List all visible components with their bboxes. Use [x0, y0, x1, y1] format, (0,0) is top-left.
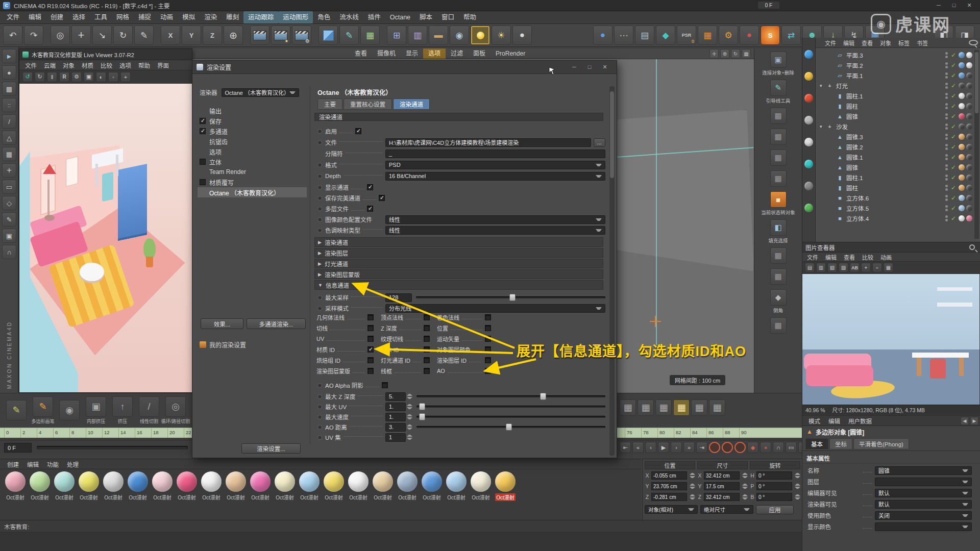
numeric-slider[interactable] [416, 395, 605, 397]
material-sphere[interactable] [495, 471, 516, 492]
material-menu[interactable]: 处理 [63, 460, 83, 468]
dialog-minimize-button[interactable]: ─ [567, 64, 582, 70]
pv3-icon[interactable] [827, 263, 837, 272]
pass-option[interactable]: 顶点法线 [381, 312, 437, 322]
插件[interactable]: 插件 [363, 11, 385, 23]
palette-command[interactable]: 连接对象+删除 [755, 52, 802, 76]
material-sphere[interactable] [299, 471, 320, 492]
texture-tag-icon[interactable] [959, 72, 965, 79]
object-row[interactable]: ▾ 圆柱.1 [816, 172, 974, 183]
attribute-value-field[interactable]: 默认 [875, 489, 972, 497]
stepper-icon[interactable] [795, 493, 800, 501]
material-swatch[interactable]: Oct漫射 [395, 471, 420, 501]
运动图形[interactable]: 运动图形 [278, 11, 313, 23]
attribute-tab[interactable]: 坐标 [829, 438, 852, 449]
attribute-value-field[interactable]: 关闭 [875, 511, 972, 520]
tpkey-icon[interactable] [632, 442, 644, 453]
s1-icon[interactable] [804, 50, 813, 59]
pass-option[interactable]: 渲染图层蒙版 [316, 365, 381, 376]
stepper-icon[interactable] [690, 483, 695, 490]
editable-icon[interactable] [2, 49, 16, 63]
texture-tag-icon-2[interactable] [966, 52, 972, 58]
窗口[interactable]: 窗口 [437, 11, 459, 23]
stepper-icon[interactable] [690, 493, 695, 501]
ProRender[interactable]: ProRender [491, 48, 530, 59]
settings-tree-item[interactable]: 选项 [198, 146, 307, 157]
axis-icon[interactable] [2, 163, 16, 178]
object-name[interactable]: 圆锥.2 [846, 143, 863, 151]
material-swatch[interactable]: Oct漫射 [322, 471, 346, 501]
search-icon[interactable] [969, 40, 978, 45]
object-row[interactable]: ▾ 灯光 [816, 81, 974, 91]
visibility-dots[interactable] [945, 195, 948, 201]
pv1-icon[interactable] [805, 263, 815, 272]
pass-option[interactable]: 切线 [316, 322, 381, 333]
material-swatch[interactable]: Oct漫射 [150, 471, 175, 501]
material-swatch[interactable]: Oct漫射 [3, 471, 28, 501]
选项[interactable]: 选项 [423, 48, 446, 59]
texture-tag-icon[interactable] [959, 123, 965, 130]
sep-icon[interactable] [155, 26, 159, 45]
tnkey-icon[interactable] [683, 442, 695, 453]
texture-tag-icon-2[interactable] [966, 164, 972, 170]
picture-viewer-menu[interactable]: 动画 [877, 253, 895, 261]
角色[interactable]: 角色 [313, 11, 335, 23]
dialog-scrollbar[interactable] [609, 86, 615, 456]
texture-tag-icon[interactable] [959, 185, 965, 191]
picture-viewer-menu[interactable]: 文件 [803, 253, 822, 261]
material-ball-icon[interactable] [512, 26, 532, 45]
pass-option[interactable]: 对象 ID [381, 344, 437, 355]
picture-viewer-menu[interactable]: 编辑 [822, 253, 840, 261]
coords-icon[interactable] [224, 26, 243, 45]
volume-icon[interactable] [408, 26, 427, 45]
pass-checkbox[interactable] [485, 346, 491, 353]
palette-command[interactable]: 填充选择 [755, 219, 802, 244]
rb1-icon[interactable] [620, 399, 636, 416]
gear2-icon[interactable] [71, 72, 82, 82]
object-name[interactable]: 圆锥.3 [846, 133, 863, 141]
material-sphere[interactable] [201, 471, 222, 492]
spline-pen-icon[interactable] [339, 26, 359, 45]
info-passes-section[interactable]: ▼ 信息通道 [314, 280, 603, 290]
region-icon[interactable]: R [59, 72, 69, 82]
collapsed-section[interactable]: ▶ 渲染通道 [314, 237, 603, 247]
history-forward-icon[interactable]: ▶ [970, 417, 978, 425]
创建[interactable]: 创建 [46, 11, 68, 23]
pass-checkbox[interactable] [424, 336, 430, 342]
material-sphere[interactable] [422, 471, 442, 492]
texture-tag-icon-2[interactable] [966, 205, 972, 211]
sep-icon[interactable] [313, 26, 317, 45]
collapsed-section[interactable]: ▶ 渲染图层 [314, 248, 603, 258]
history-back-icon[interactable]: ◀ [961, 417, 969, 425]
object-row[interactable]: ▾ 圆锥.3 [816, 132, 974, 142]
palette-command[interactable]: 当前状态转对象 [755, 191, 802, 216]
expand-arrow-icon[interactable]: ▼ [318, 283, 323, 288]
lock-x-icon[interactable]: X [161, 26, 180, 45]
object-manager-scrollbar[interactable] [974, 50, 979, 239]
material-swatch[interactable]: Oct漫射 [493, 471, 518, 501]
g4-icon[interactable] [770, 170, 787, 187]
pass-checkbox[interactable] [485, 325, 491, 331]
collapse-arrow-icon[interactable]: ▶ [318, 261, 322, 266]
pass-checkbox[interactable] [424, 368, 430, 374]
material-sphere[interactable] [103, 471, 124, 492]
enabled-check-icon[interactable] [951, 164, 956, 171]
material-sphere[interactable] [397, 471, 418, 492]
visibility-dots[interactable] [945, 205, 948, 211]
palette-command[interactable] [755, 170, 802, 188]
visibility-dots[interactable] [945, 144, 948, 150]
Octane[interactable]: Octane [385, 11, 415, 23]
tmagnet-icon[interactable] [773, 442, 784, 453]
stepper-icon[interactable] [742, 493, 748, 501]
modeling-command[interactable] [56, 400, 83, 421]
object-name[interactable]: 圆柱 [846, 184, 858, 192]
polypen-icon[interactable] [33, 396, 53, 417]
lock-y-icon[interactable]: Y [182, 26, 201, 45]
settings-tree-item[interactable]: 抗锯齿 [198, 136, 307, 146]
numeric-field[interactable]: 1. [385, 403, 406, 411]
modeling-command[interactable]: 循环/路径切割 [162, 396, 189, 424]
pass-checkbox[interactable] [368, 325, 374, 331]
pass-option[interactable]: 灯光通道 ID [381, 355, 437, 365]
s3-icon[interactable] [804, 94, 813, 103]
渲染[interactable]: 渲染 [200, 11, 222, 23]
